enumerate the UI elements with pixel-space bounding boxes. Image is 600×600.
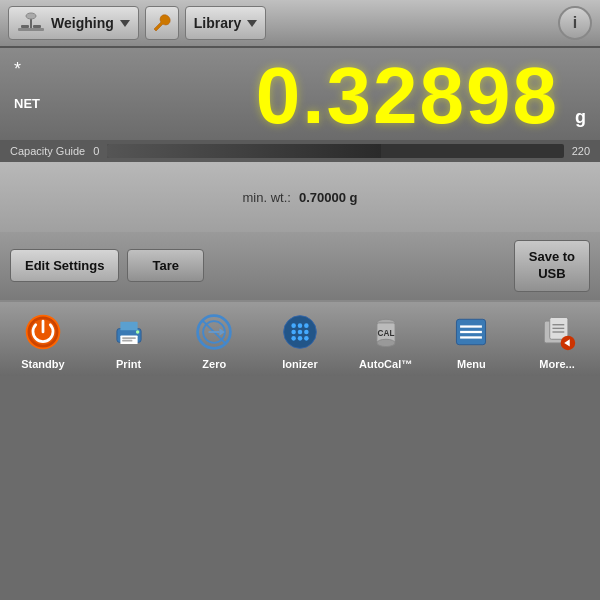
svg-rect-3 [21,25,29,28]
library-dropdown[interactable]: Library [185,6,266,40]
svg-text:CAL: CAL [377,328,394,337]
capacity-bar-fill [107,144,381,158]
action-row: Edit Settings Tare Save to USB [0,232,600,300]
zero-icon [194,312,234,352]
zero-icon-wrap [192,310,236,354]
svg-rect-10 [122,337,136,339]
svg-point-20 [298,323,303,328]
tare-button[interactable]: Tare [127,249,204,282]
weighing-icon [17,12,45,34]
wrench-icon [152,13,172,33]
svg-point-24 [304,330,309,335]
svg-rect-4 [33,25,41,28]
svg-point-23 [298,330,303,335]
zero-label: Zero [202,358,226,370]
weighing-chevron-down-icon [120,20,130,27]
print-icon [110,313,148,351]
print-label: Print [116,358,141,370]
toolbar-item-autocal[interactable]: CAL AutoCal™ [351,310,421,370]
more-icon [537,312,577,352]
svg-rect-8 [120,321,137,330]
toolbar-item-menu[interactable]: Menu [436,310,506,370]
capacity-guide-row: Capacity Guide 0 220 [0,140,600,162]
svg-rect-0 [18,28,44,31]
toolbar-item-more[interactable]: More... [522,310,592,370]
top-bar: Weighing Library i [0,0,600,48]
minwt-label: min. wt.: [243,190,291,205]
standby-icon [23,312,63,352]
ionizer-icon-wrap [278,310,322,354]
more-label: More... [539,358,574,370]
settings-button[interactable] [145,6,179,40]
print-icon-wrap [107,310,151,354]
capacity-max-value: 220 [572,145,590,157]
svg-point-25 [291,336,296,341]
menu-icon-wrap [449,310,493,354]
stability-star: * [14,60,21,78]
minwt-row: min. wt.: 0.70000 g [243,190,358,205]
net-label: NET [14,96,40,111]
more-icon-wrap [535,310,579,354]
menu-icon [451,312,491,352]
ionizer-label: Ionizer [282,358,317,370]
weighing-dropdown[interactable]: Weighing [8,6,139,40]
edit-settings-button[interactable]: Edit Settings [10,249,119,282]
minwt-value: 0.70000 g [299,190,358,205]
toolbar-item-print[interactable]: Print [94,310,164,370]
display-area: * NET 0.32898 g [0,48,600,140]
weight-value: 0.32898 [48,56,567,136]
capacity-guide-label: Capacity Guide [10,145,85,157]
svg-point-30 [377,339,395,346]
autocal-label: AutoCal™ [359,358,412,370]
standby-label: Standby [21,358,64,370]
svg-rect-11 [122,340,132,342]
save-usb-line2: USB [538,266,565,281]
menu-label: Menu [457,358,486,370]
info-section: min. wt.: 0.70000 g [0,162,600,232]
svg-point-27 [304,336,309,341]
weight-display-row: * NET 0.32898 g [14,56,586,136]
capacity-min-value: 0 [93,145,99,157]
save-to-usb-button[interactable]: Save to USB [514,240,590,292]
scale-icon [17,12,45,34]
svg-point-19 [291,323,296,328]
library-chevron-down-icon [247,20,257,27]
ionizer-icon [280,312,320,352]
standby-icon-wrap [21,310,65,354]
info-icon: i [573,14,577,32]
svg-point-26 [298,336,303,341]
svg-point-22 [291,330,296,335]
info-button[interactable]: i [558,6,592,40]
library-label: Library [194,15,241,31]
toolbar-item-zero[interactable]: Zero [179,310,249,370]
toolbar-item-standby[interactable]: Standby [8,310,78,370]
autocal-icon: CAL [366,312,406,352]
capacity-bar [107,144,563,158]
svg-point-2 [26,13,36,19]
unit-label: g [575,107,586,136]
autocal-icon-wrap: CAL [364,310,408,354]
save-usb-line1: Save to [529,249,575,264]
svg-point-12 [135,330,138,333]
bottom-toolbar: Standby Print Zero [0,300,600,376]
toolbar-item-ionizer[interactable]: Ionizer [265,310,335,370]
svg-point-21 [304,323,309,328]
weighing-label: Weighing [51,15,114,31]
